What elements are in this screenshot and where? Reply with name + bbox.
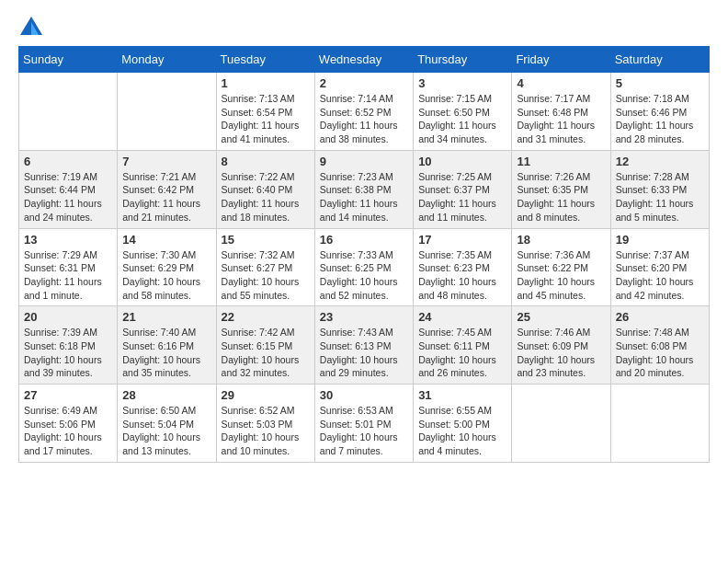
cell-day-number: 5 — [616, 76, 704, 90]
calendar-cell: 2Sunrise: 7:14 AMSunset: 6:52 PMDaylight… — [314, 73, 413, 151]
calendar-cell: 23Sunrise: 7:43 AMSunset: 6:13 PMDayligh… — [314, 306, 413, 385]
page: SundayMondayTuesdayWednesdayThursdayFrid… — [0, 0, 728, 481]
calendar-cell: 10Sunrise: 7:25 AMSunset: 6:37 PMDayligh… — [414, 150, 512, 228]
cell-day-number: 7 — [122, 155, 210, 168]
calendar-cell: 21Sunrise: 7:40 AMSunset: 6:16 PMDayligh… — [118, 306, 216, 385]
calendar-cell: 15Sunrise: 7:32 AMSunset: 6:27 PMDayligh… — [216, 228, 314, 306]
cell-info: Sunrise: 7:21 AMSunset: 6:42 PMDaylight:… — [122, 170, 210, 224]
cell-day-number: 17 — [418, 233, 506, 247]
calendar-cell: 25Sunrise: 7:46 AMSunset: 6:09 PMDayligh… — [512, 306, 610, 385]
calendar-cell: 31Sunrise: 6:55 AMSunset: 5:00 PMDayligh… — [414, 385, 512, 463]
cell-day-number: 15 — [222, 233, 310, 247]
calendar-cell: 18Sunrise: 7:36 AMSunset: 6:22 PMDayligh… — [512, 228, 610, 306]
cell-info: Sunrise: 7:23 AMSunset: 6:38 PMDaylight:… — [320, 170, 408, 224]
cell-day-number: 12 — [616, 155, 704, 168]
cell-info: Sunrise: 7:29 AMSunset: 6:31 PMDaylight:… — [24, 248, 112, 303]
cell-day-number: 16 — [320, 233, 408, 247]
cell-info: Sunrise: 6:52 AMSunset: 5:03 PMDaylight:… — [222, 404, 310, 458]
cell-info: Sunrise: 7:28 AMSunset: 6:33 PMDaylight:… — [616, 170, 704, 224]
cell-info: Sunrise: 7:14 AMSunset: 6:52 PMDaylight:… — [320, 92, 408, 146]
cell-info: Sunrise: 6:53 AMSunset: 5:01 PMDaylight:… — [320, 404, 408, 458]
cell-info: Sunrise: 7:19 AMSunset: 6:44 PMDaylight:… — [24, 170, 112, 224]
cell-info: Sunrise: 7:32 AMSunset: 6:27 PMDaylight:… — [222, 248, 310, 303]
cell-day-number: 23 — [320, 310, 408, 324]
cell-info: Sunrise: 7:43 AMSunset: 6:13 PMDaylight:… — [320, 326, 408, 380]
day-header-monday: Monday — [118, 47, 216, 73]
calendar-cell: 27Sunrise: 6:49 AMSunset: 5:06 PMDayligh… — [19, 385, 118, 463]
week-row: 27Sunrise: 6:49 AMSunset: 5:06 PMDayligh… — [19, 385, 710, 463]
calendar-cell: 1Sunrise: 7:13 AMSunset: 6:54 PMDaylight… — [216, 73, 314, 151]
cell-info: Sunrise: 6:50 AMSunset: 5:04 PMDaylight:… — [122, 404, 210, 458]
calendar-cell: 19Sunrise: 7:37 AMSunset: 6:20 PMDayligh… — [610, 228, 709, 306]
calendar-cell: 16Sunrise: 7:33 AMSunset: 6:25 PMDayligh… — [314, 228, 413, 306]
cell-info: Sunrise: 7:37 AMSunset: 6:20 PMDaylight:… — [616, 248, 704, 303]
cell-info: Sunrise: 7:40 AMSunset: 6:16 PMDaylight:… — [122, 326, 210, 380]
cell-day-number: 1 — [222, 76, 310, 90]
cell-day-number: 6 — [24, 155, 112, 168]
calendar-cell: 7Sunrise: 7:21 AMSunset: 6:42 PMDaylight… — [118, 150, 216, 228]
day-header-saturday: Saturday — [610, 47, 709, 73]
cell-day-number: 25 — [517, 310, 605, 324]
calendar-cell — [610, 385, 709, 463]
calendar-cell — [19, 73, 118, 151]
cell-day-number: 22 — [222, 310, 310, 324]
calendar-cell: 4Sunrise: 7:17 AMSunset: 6:48 PMDaylight… — [512, 73, 610, 151]
cell-info: Sunrise: 7:25 AMSunset: 6:37 PMDaylight:… — [418, 170, 506, 224]
cell-info: Sunrise: 7:45 AMSunset: 6:11 PMDaylight:… — [418, 326, 506, 380]
cell-day-number: 2 — [320, 76, 408, 90]
cell-day-number: 3 — [418, 76, 506, 90]
calendar-cell — [512, 385, 610, 463]
cell-info: Sunrise: 7:18 AMSunset: 6:46 PMDaylight:… — [616, 92, 704, 146]
calendar-cell: 24Sunrise: 7:45 AMSunset: 6:11 PMDayligh… — [414, 306, 512, 385]
cell-info: Sunrise: 7:30 AMSunset: 6:29 PMDaylight:… — [122, 248, 210, 303]
cell-info: Sunrise: 7:17 AMSunset: 6:48 PMDaylight:… — [517, 92, 605, 146]
calendar-cell: 3Sunrise: 7:15 AMSunset: 6:50 PMDaylight… — [414, 73, 512, 151]
week-row: 13Sunrise: 7:29 AMSunset: 6:31 PMDayligh… — [19, 228, 710, 306]
cell-day-number: 31 — [418, 388, 506, 402]
calendar-cell: 5Sunrise: 7:18 AMSunset: 6:46 PMDaylight… — [610, 73, 709, 151]
cell-info: Sunrise: 7:48 AMSunset: 6:08 PMDaylight:… — [616, 326, 704, 380]
calendar-table: SundayMondayTuesdayWednesdayThursdayFrid… — [18, 46, 710, 463]
calendar-cell: 17Sunrise: 7:35 AMSunset: 6:23 PMDayligh… — [414, 228, 512, 306]
calendar-cell — [118, 73, 216, 151]
cell-day-number: 24 — [418, 310, 506, 324]
day-header-wednesday: Wednesday — [314, 47, 413, 73]
cell-info: Sunrise: 7:22 AMSunset: 6:40 PMDaylight:… — [222, 170, 310, 224]
cell-info: Sunrise: 7:15 AMSunset: 6:50 PMDaylight:… — [418, 92, 506, 146]
day-header-thursday: Thursday — [414, 47, 512, 73]
cell-info: Sunrise: 7:33 AMSunset: 6:25 PMDaylight:… — [320, 248, 408, 303]
day-header-friday: Friday — [512, 47, 610, 73]
calendar-cell: 9Sunrise: 7:23 AMSunset: 6:38 PMDaylight… — [314, 150, 413, 228]
calendar-cell: 30Sunrise: 6:53 AMSunset: 5:01 PMDayligh… — [314, 385, 413, 463]
cell-info: Sunrise: 7:36 AMSunset: 6:22 PMDaylight:… — [517, 248, 605, 303]
cell-info: Sunrise: 7:42 AMSunset: 6:15 PMDaylight:… — [222, 326, 310, 380]
week-row: 6Sunrise: 7:19 AMSunset: 6:44 PMDaylight… — [19, 150, 710, 228]
cell-day-number: 14 — [122, 233, 210, 247]
cell-day-number: 10 — [418, 155, 506, 168]
cell-info: Sunrise: 6:55 AMSunset: 5:00 PMDaylight:… — [418, 404, 506, 458]
cell-day-number: 29 — [222, 388, 310, 402]
calendar-cell: 13Sunrise: 7:29 AMSunset: 6:31 PMDayligh… — [19, 228, 118, 306]
calendar-cell: 11Sunrise: 7:26 AMSunset: 6:35 PMDayligh… — [512, 150, 610, 228]
calendar-cell: 6Sunrise: 7:19 AMSunset: 6:44 PMDaylight… — [19, 150, 118, 228]
cell-day-number: 4 — [517, 76, 605, 90]
day-header-sunday: Sunday — [19, 47, 118, 73]
cell-info: Sunrise: 7:39 AMSunset: 6:18 PMDaylight:… — [24, 326, 112, 380]
day-header-row: SundayMondayTuesdayWednesdayThursdayFrid… — [19, 47, 710, 73]
cell-day-number: 30 — [320, 388, 408, 402]
cell-day-number: 26 — [616, 310, 704, 324]
cell-day-number: 18 — [517, 233, 605, 247]
cell-info: Sunrise: 7:26 AMSunset: 6:35 PMDaylight:… — [517, 170, 605, 224]
logo-icon — [18, 15, 44, 40]
cell-day-number: 19 — [616, 233, 704, 247]
calendar-cell: 26Sunrise: 7:48 AMSunset: 6:08 PMDayligh… — [610, 306, 709, 385]
cell-day-number: 11 — [517, 155, 605, 168]
cell-info: Sunrise: 6:49 AMSunset: 5:06 PMDaylight:… — [24, 404, 112, 458]
calendar-cell: 12Sunrise: 7:28 AMSunset: 6:33 PMDayligh… — [610, 150, 709, 228]
cell-day-number: 21 — [122, 310, 210, 324]
cell-day-number: 27 — [24, 388, 112, 402]
calendar-cell: 28Sunrise: 6:50 AMSunset: 5:04 PMDayligh… — [118, 385, 216, 463]
calendar-cell: 29Sunrise: 6:52 AMSunset: 5:03 PMDayligh… — [216, 385, 314, 463]
cell-day-number: 9 — [320, 155, 408, 168]
week-row: 1Sunrise: 7:13 AMSunset: 6:54 PMDaylight… — [19, 73, 710, 151]
